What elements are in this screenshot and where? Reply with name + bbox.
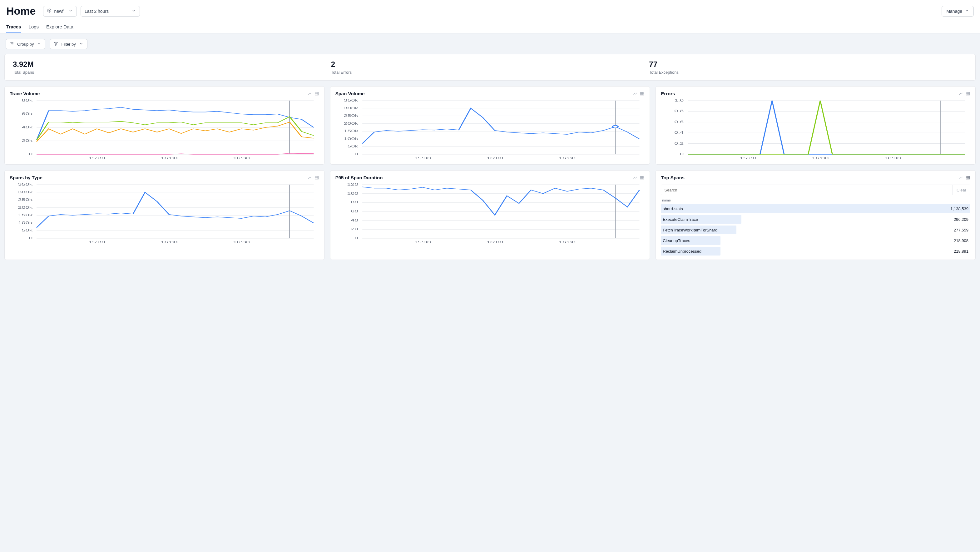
svg-text:0: 0 — [354, 236, 358, 240]
line-chart-icon[interactable] — [959, 175, 964, 180]
svg-text:16:30: 16:30 — [559, 241, 576, 244]
svg-text:16:30: 16:30 — [559, 157, 576, 160]
line-chart-icon[interactable] — [307, 91, 312, 96]
stat-block: 2Total Errors — [331, 60, 649, 74]
tab-traces[interactable]: Traces — [6, 24, 21, 33]
stat-label: Total Spans — [13, 70, 331, 74]
top-span-row[interactable]: shard-stats1,138,539 — [661, 204, 970, 214]
svg-text:60k: 60k — [22, 112, 33, 116]
svg-text:1.0: 1.0 — [675, 99, 684, 102]
top-spans-search-input[interactable] — [661, 185, 953, 195]
chart-title: P95 of Span Duration — [336, 175, 633, 180]
filter-icon — [54, 42, 58, 47]
top-span-name: FetchTraceWorkItemForShard — [661, 228, 717, 233]
chevron-down-icon — [131, 8, 136, 14]
chevron-down-icon — [79, 42, 83, 47]
svg-text:200k: 200k — [344, 122, 358, 125]
project-selector[interactable]: newf — [43, 6, 77, 16]
time-range-selector[interactable]: Last 2 hours — [81, 6, 140, 16]
svg-text:15:30: 15:30 — [414, 241, 431, 244]
svg-text:60: 60 — [351, 210, 358, 213]
stat-value: 77 — [649, 60, 967, 69]
svg-text:300k: 300k — [344, 107, 358, 110]
top-span-row[interactable]: ExecuteClaimTrace296,209 — [661, 214, 970, 225]
chart-spans-by-type: Spans by Type 050k100k150k200k250k300k35… — [4, 170, 325, 260]
project-selector-label: newf — [54, 9, 63, 14]
top-spans-title: Top Spans — [661, 175, 959, 180]
chevron-down-icon — [37, 42, 41, 47]
top-span-count: 218,908 — [954, 238, 970, 243]
svg-text:20: 20 — [351, 227, 358, 231]
svg-text:16:30: 16:30 — [884, 157, 901, 160]
line-chart-icon[interactable] — [959, 91, 964, 96]
svg-text:0.4: 0.4 — [675, 131, 684, 134]
table-icon[interactable] — [314, 175, 319, 180]
page-title: Home — [6, 5, 36, 17]
group-by-button[interactable]: Group by — [6, 39, 45, 49]
content-area: Group by Filter by 3.92MTotal Spans2Tota… — [0, 34, 980, 552]
chart-svg: 020k40k60k80k15:3016:0016:30 — [10, 99, 319, 161]
svg-text:0: 0 — [29, 152, 32, 156]
svg-rect-113 — [966, 176, 970, 179]
tab-explore[interactable]: Explore Data — [46, 24, 73, 33]
svg-text:0: 0 — [354, 152, 358, 156]
svg-text:16:00: 16:00 — [486, 157, 503, 160]
table-icon[interactable] — [965, 91, 970, 96]
chart-svg: 02040608010012015:3016:0016:30 — [336, 183, 645, 245]
svg-text:15:30: 15:30 — [414, 157, 431, 160]
svg-text:0: 0 — [680, 152, 684, 156]
top-spans-clear-button[interactable]: Clear — [953, 185, 970, 195]
table-icon[interactable] — [639, 175, 644, 180]
svg-text:16:30: 16:30 — [233, 157, 250, 160]
svg-text:250k: 250k — [18, 198, 33, 202]
svg-text:150k: 150k — [18, 213, 33, 217]
top-spans-card: Top Spans Clear name shard-stats1,138,53… — [655, 170, 976, 260]
top-span-count: 218,891 — [954, 249, 970, 254]
manage-button[interactable]: Manage — [941, 6, 974, 16]
stat-block: 3.92MTotal Spans — [13, 60, 331, 74]
tab-logs[interactable]: Logs — [29, 24, 39, 33]
table-icon[interactable] — [639, 91, 644, 96]
stat-label: Total Errors — [331, 70, 649, 74]
top-span-row[interactable]: ReclaimUnprocessed218,891 — [661, 246, 970, 257]
chart-title: Errors — [661, 91, 959, 96]
svg-point-46 — [612, 126, 618, 128]
filter-by-button[interactable]: Filter by — [50, 39, 87, 49]
top-span-count: 296,209 — [954, 217, 970, 222]
line-chart-icon[interactable] — [307, 175, 312, 180]
chart-span-volume: Span Volume 050k100k150k200k250k300k350k… — [330, 86, 650, 165]
svg-text:0.2: 0.2 — [675, 142, 684, 145]
top-span-bar — [661, 204, 970, 213]
svg-text:50k: 50k — [347, 145, 358, 148]
top-spans-column-header: name — [661, 198, 970, 204]
svg-text:20k: 20k — [22, 139, 33, 142]
chart-svg: 00.20.40.60.81.015:3016:0016:30 — [661, 99, 970, 161]
svg-text:16:00: 16:00 — [486, 241, 503, 244]
svg-rect-22 — [641, 92, 644, 95]
table-icon[interactable] — [965, 175, 970, 180]
top-span-name: ReclaimUnprocessed — [661, 249, 701, 254]
top-span-row[interactable]: FetchTraceWorkItemForShard277,559 — [661, 225, 970, 235]
chart-svg: 050k100k150k200k250k300k350k15:3016:0016… — [10, 183, 319, 245]
line-chart-icon[interactable] — [633, 91, 638, 96]
svg-rect-67 — [315, 176, 318, 179]
top-span-name: shard-stats — [661, 207, 683, 211]
svg-text:15:30: 15:30 — [89, 157, 105, 160]
chevron-down-icon — [68, 8, 73, 14]
tabs: TracesLogsExplore Data — [0, 17, 980, 34]
chart-title: Trace Volume — [10, 91, 307, 96]
charts-row-2: Spans by Type 050k100k150k200k250k300k35… — [4, 170, 976, 260]
svg-text:0.8: 0.8 — [675, 109, 684, 113]
svg-text:16:30: 16:30 — [233, 241, 250, 244]
top-span-row[interactable]: CleanupTraces218,908 — [661, 235, 970, 246]
filters-row: Group by Filter by — [4, 39, 976, 49]
svg-text:15:30: 15:30 — [739, 157, 756, 160]
svg-text:16:00: 16:00 — [812, 157, 829, 160]
svg-rect-47 — [966, 92, 970, 95]
time-range-label: Last 2 hours — [85, 9, 109, 14]
table-icon[interactable] — [314, 91, 319, 96]
svg-text:100: 100 — [347, 192, 358, 195]
svg-text:15:30: 15:30 — [89, 241, 105, 244]
line-chart-icon[interactable] — [633, 175, 638, 180]
svg-text:350k: 350k — [18, 183, 33, 186]
